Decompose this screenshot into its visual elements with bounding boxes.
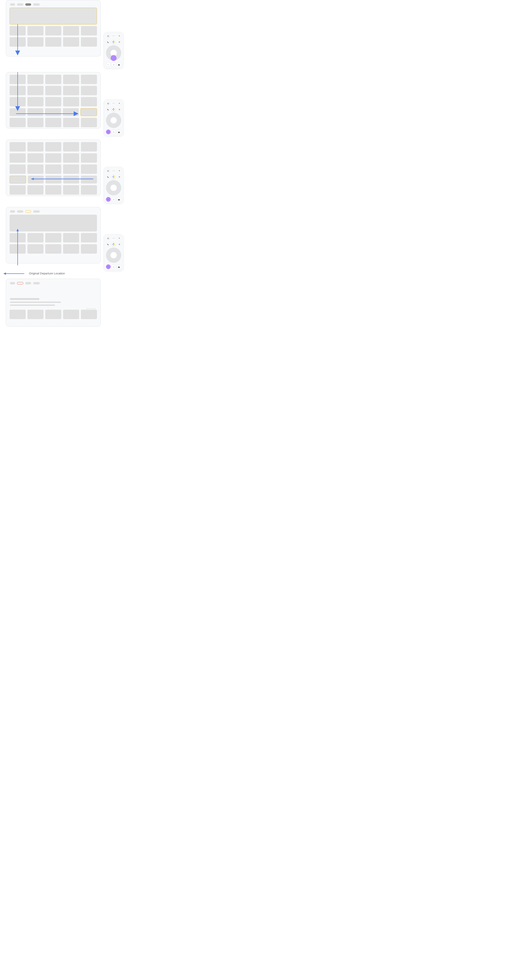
card[interactable]	[63, 118, 79, 127]
settings-button[interactable]	[117, 107, 121, 111]
card[interactable]	[45, 26, 61, 35]
tab-4[interactable]	[33, 282, 40, 285]
card[interactable]	[81, 97, 97, 107]
card[interactable]	[63, 244, 79, 254]
bookmark-button[interactable]	[106, 242, 110, 246]
card[interactable]	[81, 142, 97, 151]
home-button[interactable]	[111, 197, 116, 202]
assistant-button[interactable]	[111, 175, 116, 179]
live-tv-button[interactable]	[117, 197, 121, 202]
power-button[interactable]	[106, 101, 110, 105]
hero-card-focused[interactable]	[10, 8, 97, 24]
live-tv-button[interactable]	[117, 62, 121, 67]
card[interactable]	[63, 75, 79, 84]
card[interactable]	[27, 244, 43, 254]
card[interactable]	[10, 185, 25, 195]
back-button[interactable]	[106, 62, 111, 67]
card[interactable]	[81, 164, 97, 174]
settings-button[interactable]	[117, 242, 121, 246]
card-focused[interactable]	[10, 176, 26, 183]
card[interactable]	[45, 153, 61, 163]
card[interactable]	[27, 75, 43, 84]
tab-3-active[interactable]	[25, 3, 31, 6]
settings-button[interactable]	[117, 175, 121, 179]
card[interactable]	[10, 142, 25, 151]
card[interactable]	[81, 118, 97, 127]
tab-1[interactable]	[10, 3, 15, 6]
input-button[interactable]	[117, 236, 121, 240]
dpad-select[interactable]	[110, 252, 117, 259]
back-button-highlighted[interactable]	[106, 264, 111, 269]
card[interactable]	[81, 244, 97, 254]
bookmark-button[interactable]	[106, 107, 110, 111]
card-focused[interactable]	[81, 108, 97, 116]
back-button-highlighted[interactable]	[106, 130, 111, 134]
live-tv-button[interactable]	[117, 264, 121, 269]
card[interactable]	[45, 142, 61, 151]
power-button[interactable]	[106, 236, 110, 240]
card[interactable]	[27, 185, 43, 195]
card[interactable]	[10, 153, 25, 163]
card[interactable]	[45, 86, 61, 95]
card[interactable]	[45, 233, 61, 242]
card[interactable]	[63, 310, 79, 319]
card[interactable]	[10, 164, 25, 174]
tab-2[interactable]	[17, 3, 23, 6]
card[interactable]	[45, 75, 61, 84]
assistant-button[interactable]	[111, 40, 116, 44]
card[interactable]	[45, 118, 61, 127]
tab-4[interactable]	[33, 3, 40, 6]
card[interactable]	[81, 310, 97, 319]
card[interactable]	[45, 164, 61, 174]
card[interactable]	[63, 86, 79, 95]
card[interactable]	[45, 310, 61, 319]
dpad[interactable]	[106, 180, 121, 196]
power-button[interactable]	[106, 169, 110, 173]
card[interactable]	[10, 118, 25, 127]
tab-4[interactable]	[33, 210, 40, 213]
card[interactable]	[63, 26, 79, 35]
home-button[interactable]	[111, 62, 116, 67]
card[interactable]	[63, 37, 79, 47]
card[interactable]	[45, 244, 61, 254]
tab-1[interactable]	[10, 210, 15, 213]
tab-2-focused[interactable]	[17, 282, 23, 285]
card[interactable]	[81, 37, 97, 47]
home-button[interactable]	[111, 130, 116, 134]
bookmark-button[interactable]	[106, 175, 110, 179]
assistant-button[interactable]	[111, 242, 116, 247]
card[interactable]	[27, 233, 43, 242]
dpad[interactable]	[106, 45, 121, 60]
tab-2[interactable]	[17, 210, 23, 213]
tab-3[interactable]	[25, 282, 31, 285]
card[interactable]	[63, 153, 79, 163]
card[interactable]	[45, 37, 61, 47]
card[interactable]	[27, 153, 43, 163]
input-button[interactable]	[117, 169, 121, 173]
card[interactable]	[63, 97, 79, 107]
card[interactable]	[63, 142, 79, 151]
card[interactable]	[81, 86, 97, 95]
card[interactable]	[27, 310, 43, 319]
back-button-highlighted[interactable]	[106, 197, 111, 202]
card[interactable]	[81, 153, 97, 163]
dpad[interactable]	[106, 113, 121, 128]
live-tv-button[interactable]	[117, 130, 121, 134]
card[interactable]	[81, 185, 97, 195]
card[interactable]	[81, 26, 97, 35]
power-button[interactable]	[106, 34, 110, 38]
card[interactable]	[45, 185, 61, 195]
card[interactable]	[27, 142, 43, 151]
assistant-button[interactable]	[111, 107, 116, 111]
card[interactable]	[10, 310, 25, 319]
card[interactable]	[27, 26, 43, 35]
card[interactable]	[27, 97, 43, 107]
input-button[interactable]	[117, 101, 121, 105]
card[interactable]	[45, 97, 61, 107]
settings-button[interactable]	[117, 40, 121, 44]
tab-1[interactable]	[10, 282, 15, 285]
card[interactable]	[63, 233, 79, 242]
home-button[interactable]	[111, 264, 116, 269]
hero-card[interactable]	[10, 215, 97, 231]
card[interactable]	[27, 164, 43, 174]
